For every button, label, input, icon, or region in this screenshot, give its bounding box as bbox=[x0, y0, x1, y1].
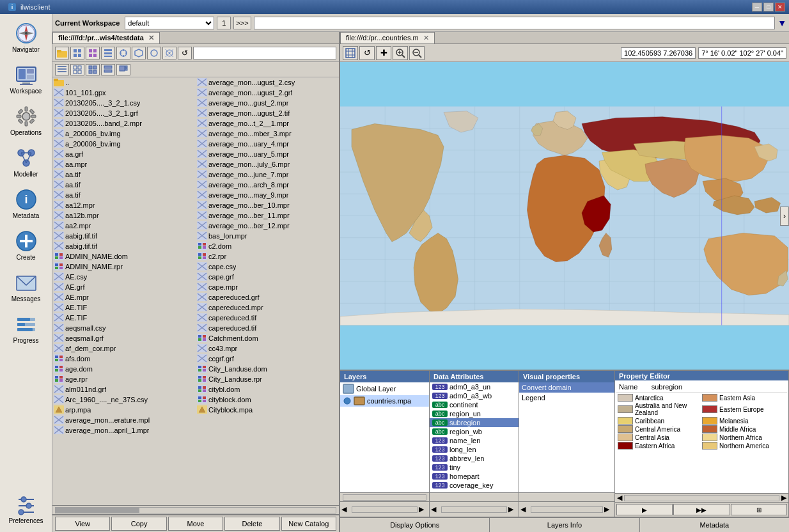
list-item[interactable]: average_mo...june_7.mpr bbox=[196, 169, 339, 180]
status-display-options[interactable]: Display Options bbox=[340, 518, 490, 532]
list-item[interactable]: City_Landuse.rpr bbox=[196, 374, 339, 384]
vp-right-arrow[interactable]: ▶ bbox=[604, 505, 613, 514]
list-item[interactable]: average_mon...ugust_2.tif bbox=[196, 108, 339, 118]
list-item[interactable]: aa.grf bbox=[52, 149, 196, 159]
list-item[interactable]: average_mon...ugust_2.grf bbox=[196, 88, 339, 98]
legend-item[interactable]: Central America bbox=[618, 425, 701, 433]
list-item[interactable]: aa.tif bbox=[52, 190, 196, 200]
list-item[interactable]: average_mon...ugust_2.csy bbox=[196, 77, 339, 88]
list-item[interactable]: Catchment.dom bbox=[196, 333, 339, 343]
list-item[interactable]: age.dom bbox=[52, 364, 196, 374]
list-item[interactable]: AE.TIF bbox=[52, 302, 196, 313]
list-item[interactable]: a_200006_bv.img bbox=[52, 139, 196, 149]
list-item[interactable]: alm011nd.grf bbox=[52, 384, 196, 395]
file-scrollbar[interactable] bbox=[52, 505, 339, 514]
view-large-btn[interactable] bbox=[86, 64, 100, 75]
data-attrs-left-arrow[interactable]: ◀ bbox=[431, 505, 440, 514]
list-item[interactable]: .. bbox=[52, 77, 196, 88]
legend-item[interactable]: Central Asia bbox=[618, 434, 701, 441]
toolbar-btn-grid3[interactable] bbox=[101, 47, 115, 59]
map-tool-zoom-in[interactable] bbox=[393, 46, 408, 60]
sidebar-item-metadata[interactable]: i Metadata bbox=[3, 184, 50, 224]
sidebar-item-workspace[interactable]: Workspace bbox=[3, 59, 50, 99]
list-item[interactable]: average_mon...erature.mpl bbox=[52, 415, 196, 425]
copy-button[interactable]: Copy bbox=[111, 517, 166, 531]
legend-item[interactable]: Middle Africa bbox=[702, 425, 786, 433]
delete-button[interactable]: Delete bbox=[224, 517, 279, 531]
workspace-selector[interactable]: default bbox=[125, 17, 214, 29]
list-item[interactable]: aeqsmall.grf bbox=[52, 333, 196, 343]
data-attr-item[interactable]: 123adm0_a3_un bbox=[430, 382, 519, 391]
data-attr-item[interactable]: abcregion_wb bbox=[430, 427, 519, 436]
list-item[interactable]: average_mo...may_9.mpr bbox=[196, 190, 339, 200]
filter-input[interactable] bbox=[193, 47, 336, 59]
view-details-btn[interactable] bbox=[55, 64, 69, 75]
list-item[interactable]: capereduced.grf bbox=[196, 292, 339, 302]
list-item[interactable]: 20130205...._3_2_1.grf bbox=[52, 108, 196, 118]
list-item[interactable]: Arc_1960_...._ne_37S.csy bbox=[52, 395, 196, 405]
list-item[interactable]: aa12.mpr bbox=[52, 200, 196, 210]
list-item[interactable]: aa.tif bbox=[52, 169, 196, 180]
map-tool-add[interactable]: ✚ bbox=[376, 46, 391, 60]
list-item[interactable]: aa.mpr bbox=[52, 159, 196, 169]
list-item[interactable]: cape.grf bbox=[196, 272, 339, 282]
view-grid-btn[interactable] bbox=[70, 64, 84, 75]
data-attrs-right-arrow[interactable]: ▶ bbox=[508, 505, 517, 514]
layers-right-arrow[interactable]: ▶ bbox=[419, 505, 428, 514]
list-item[interactable]: aabig.tif.tif bbox=[52, 241, 196, 251]
list-item[interactable]: age.rpr bbox=[52, 374, 196, 384]
list-item[interactable]: aa.tif bbox=[52, 180, 196, 190]
pe-btn2[interactable]: ▶▶ bbox=[673, 504, 730, 515]
list-item[interactable]: aeqsmall.csy bbox=[52, 323, 196, 333]
view-tiles-btn[interactable] bbox=[101, 64, 115, 75]
list-item[interactable]: AE.mpr bbox=[52, 292, 196, 302]
status-layers-info[interactable]: Layers Info bbox=[490, 518, 639, 532]
list-item[interactable]: AE.csy bbox=[52, 272, 196, 282]
list-item[interactable]: average_mo...mber_3.mpr bbox=[196, 129, 339, 139]
list-item[interactable]: ADMIN_NAME.dom bbox=[52, 251, 196, 262]
list-item[interactable]: average_mo...arch_8.mpr bbox=[196, 180, 339, 190]
list-item[interactable]: cityblock.dom bbox=[196, 395, 339, 405]
list-item[interactable]: AE.grf bbox=[52, 282, 196, 292]
legend-item[interactable]: Antarctica bbox=[618, 394, 701, 402]
file-panel-tab[interactable]: file:////d:/pr...wis4/testdata ✕ bbox=[52, 32, 160, 43]
vp-convert-domain[interactable]: Convert domain bbox=[519, 382, 614, 393]
list-item[interactable]: average_mo...uary_5.mpr bbox=[196, 149, 339, 159]
sidebar-item-preferences[interactable]: Preferences bbox=[3, 489, 50, 529]
list-item[interactable]: c2.rpr bbox=[196, 251, 339, 262]
map-tab[interactable]: file:///d:/pr...countries.m ✕ bbox=[340, 32, 435, 43]
nav-next-button[interactable]: >>> bbox=[233, 17, 251, 29]
list-item[interactable]: af_dem_cor.mpr bbox=[52, 343, 196, 354]
list-item[interactable]: City_Landuse.dom bbox=[196, 364, 339, 374]
view-button[interactable]: View bbox=[55, 517, 110, 531]
list-item[interactable]: average_mo...t_2__1.mpr bbox=[196, 118, 339, 129]
map-tool-refresh[interactable]: ↺ bbox=[359, 46, 375, 60]
legend-item[interactable]: Australia and New Zealand bbox=[618, 402, 701, 416]
dropdown-arrow-icon[interactable]: ▼ bbox=[777, 18, 786, 28]
tab-close-icon[interactable]: ✕ bbox=[148, 34, 154, 42]
sidebar-item-progress[interactable]: Progress bbox=[3, 308, 50, 348]
list-item[interactable]: average_mo...uary_4.mpr bbox=[196, 139, 339, 149]
toolbar-btn-circle[interactable] bbox=[147, 47, 161, 59]
list-item[interactable]: 20130205....band_2.mpr bbox=[52, 118, 196, 129]
maximize-button[interactable]: □ bbox=[763, 3, 774, 12]
list-item[interactable]: average_mon...july_6.mpr bbox=[196, 159, 339, 169]
legend-item[interactable]: Eastern Africa bbox=[618, 442, 701, 450]
path-input[interactable] bbox=[254, 17, 776, 29]
pe-scroll-left[interactable]: ◀ bbox=[615, 494, 624, 502]
data-attr-item[interactable]: 123long_len bbox=[430, 445, 519, 454]
new-catalog-button[interactable]: New Catalog bbox=[281, 517, 336, 531]
list-item[interactable]: aabig.tif.tif bbox=[52, 231, 196, 241]
move-button[interactable]: Move bbox=[168, 517, 223, 531]
list-item[interactable]: 20130205...._3_2_1.csy bbox=[52, 98, 196, 108]
data-attr-item[interactable]: 123abbrev_len bbox=[430, 454, 519, 463]
map-tool-select[interactable] bbox=[343, 46, 358, 60]
pe-btn3[interactable]: ⊞ bbox=[731, 504, 787, 515]
list-item[interactable]: average_mo...gust_2.mpr bbox=[196, 98, 339, 108]
sidebar-item-create[interactable]: Create bbox=[3, 225, 50, 265]
vp-legend[interactable]: Legend bbox=[519, 393, 614, 403]
toolbar-btn-refresh[interactable]: ↺ bbox=[178, 47, 192, 59]
data-attr-item[interactable]: 123tiny bbox=[430, 463, 519, 472]
data-attr-item[interactable]: 123coverage_key bbox=[430, 481, 519, 490]
list-item[interactable]: aa2.mpr bbox=[52, 221, 196, 231]
